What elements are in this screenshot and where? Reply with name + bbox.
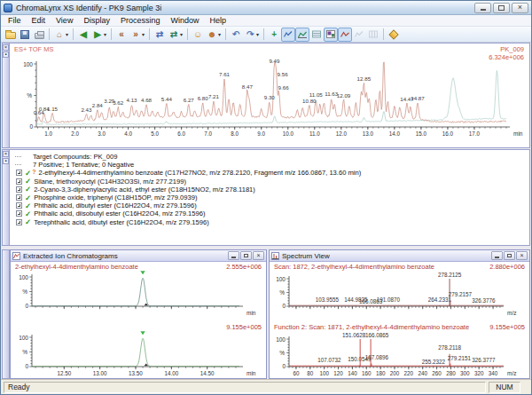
mdi-area: × ▪ ES+ TOF MS PK_009 6.324e+006 100%01.… xyxy=(1,43,531,379)
next-function-button[interactable]: ▶▾ xyxy=(90,28,108,42)
reject-compound-button[interactable]: ☻▾ xyxy=(205,28,223,42)
eic1-plot[interactable]: 100%0min xyxy=(11,271,266,322)
compounds-close-button[interactable]: × xyxy=(3,151,9,157)
confirm-compound-button[interactable]: ☺ xyxy=(191,28,205,42)
maximize-button[interactable] xyxy=(493,3,510,13)
compound-row[interactable]: ✓Phthalic acid, diisobutyl ester (C16H22… xyxy=(15,209,526,217)
svg-text:160: 160 xyxy=(362,370,372,376)
svg-text:80: 80 xyxy=(307,370,314,376)
compounds-window-titlestrip: × ▪ xyxy=(2,149,10,246)
full-screen-button[interactable]: + xyxy=(267,28,281,42)
view-table-button[interactable] xyxy=(309,28,324,42)
svg-text:180: 180 xyxy=(376,370,386,376)
tic-restore-button[interactable]: ▪ xyxy=(3,51,9,58)
compound-label[interactable]: Terephthalic acid, dibutyl ester (C16H22… xyxy=(34,218,209,226)
view-eic-button[interactable] xyxy=(295,28,309,42)
reject-compound-icon: ☻ xyxy=(207,29,217,40)
svg-text:60: 60 xyxy=(293,370,300,376)
tic-window: × ▪ ES+ TOF MS PK_009 6.324e+006 100%01.… xyxy=(2,43,530,148)
svg-text:%: % xyxy=(27,92,32,99)
display-options-button[interactable]: ⌂▾ xyxy=(52,28,70,42)
view-browser-button[interactable] xyxy=(324,28,338,42)
svg-text:14.0: 14.0 xyxy=(389,130,401,137)
spectrum-window: Spectrum View × Scan: 1872, 2-ethylhexyl… xyxy=(269,249,530,379)
compound-row[interactable]: ✓?2-ethylhexyl-4-4dimenthylamino benzoat… xyxy=(15,169,526,177)
view-spectrum-button[interactable] xyxy=(338,28,352,42)
compound-row[interactable]: ✓Phosphine oxide, triphenyl (C18H15OP, m… xyxy=(15,194,526,201)
svg-text:11.05: 11.05 xyxy=(309,91,324,98)
spectrum1-plot[interactable]: 100%0m/z103.9555144.9825166.0863191.0870… xyxy=(270,271,529,322)
process-button[interactable] xyxy=(387,28,401,42)
expand-icon[interactable] xyxy=(16,186,22,193)
expand-icon[interactable] xyxy=(16,170,22,176)
compound-row[interactable]: ✓Phthalic acid, dibutyl ester (C16H22O4,… xyxy=(15,201,526,209)
eic-minimize-button[interactable] xyxy=(228,251,239,260)
view-chromatogram-button[interactable] xyxy=(281,28,295,42)
svg-text:15.0: 15.0 xyxy=(416,130,427,137)
spectrum-minimize-button[interactable] xyxy=(491,251,503,260)
compounds-restore-button[interactable]: ▪ xyxy=(3,158,9,164)
compound-label[interactable]: Silane, triethoxyoctyl (C14H32O3Si, m/z … xyxy=(34,178,186,186)
compound-label[interactable]: Phosphine oxide, triphenyl (C18H15OP, m/… xyxy=(34,194,197,201)
eic-maximize-button[interactable] xyxy=(240,251,252,260)
previous-function-button[interactable]: ◀ xyxy=(76,28,90,42)
menu-view[interactable]: View xyxy=(51,16,78,25)
menu-file[interactable]: File xyxy=(3,16,27,25)
view-map-button xyxy=(366,28,380,42)
view-browser-icon xyxy=(325,29,336,40)
redo-button[interactable]: ↷▾ xyxy=(243,28,261,42)
compound-row[interactable]: ✓Terephthalic acid, dibutyl ester (C16H2… xyxy=(15,218,526,226)
save-button[interactable] xyxy=(18,28,32,42)
chevron-down-icon: ▾ xyxy=(104,31,106,37)
next-sample-button[interactable]: »▾ xyxy=(129,28,146,42)
expand-icon[interactable] xyxy=(16,219,22,225)
swap-left-button[interactable]: ⇄ xyxy=(153,28,167,42)
eic-close-button[interactable]: × xyxy=(253,251,264,260)
save-icon xyxy=(20,30,29,39)
compound-label[interactable]: Phthalic acid, diisobutyl ester (C16H22O… xyxy=(34,209,205,217)
swap-right-button[interactable]: ⇄▾ xyxy=(167,28,184,42)
previous-sample-button[interactable]: « xyxy=(114,28,129,42)
svg-text:280: 280 xyxy=(446,370,456,376)
print-button[interactable] xyxy=(32,28,46,42)
compound-label[interactable]: 2-ethylhexyl-4-4dimenthylamino benzoate … xyxy=(38,169,361,177)
eic2-plot[interactable]: 100%012.5013.0013.5014.0014.50min xyxy=(11,331,266,378)
svg-text:1.0: 1.0 xyxy=(44,130,52,137)
menu-edit[interactable]: Edit xyxy=(27,16,51,25)
compound-label[interactable]: Phthalic acid, dibutyl ester (C16H22O4, … xyxy=(34,201,197,209)
menu-help[interactable]: Help xyxy=(204,16,231,25)
chromatogram-window-icon xyxy=(12,252,20,260)
tree-row: 7 Positive; 1 Tentative; 0 Negative xyxy=(15,161,526,169)
svg-text:300: 300 xyxy=(460,370,470,376)
undo-button[interactable]: ↶ xyxy=(229,28,243,42)
svg-text:13.00: 13.00 xyxy=(93,370,107,376)
expand-icon[interactable] xyxy=(16,210,22,217)
minimize-button[interactable] xyxy=(474,3,491,13)
compound-row[interactable]: ✓Silane, triethoxyoctyl (C14H32O3Si, m/z… xyxy=(15,178,526,186)
spectrum2-plot[interactable]: 100%060801001201401601802002202402602803… xyxy=(270,331,529,378)
menu-processing[interactable]: Processing xyxy=(115,16,166,25)
spectrum-close-button[interactable]: × xyxy=(516,251,528,260)
svg-text:279.2151: 279.2151 xyxy=(448,355,472,361)
svg-text:12.85: 12.85 xyxy=(357,75,372,82)
expand-icon[interactable] xyxy=(16,202,22,209)
spectrum2-scan-label: Function 2: Scan: 1871, 2-ethylhexyl-4-4… xyxy=(274,323,469,331)
open-button[interactable] xyxy=(4,28,18,42)
svg-text:m/z: m/z xyxy=(507,370,516,376)
tree-root-label[interactable]: Target Compounds: PK_009 xyxy=(33,153,117,161)
menu-display[interactable]: Display xyxy=(78,16,115,25)
compound-row[interactable]: ✓2-Cyano-3,3-diphenylacrylic acid, ethyl… xyxy=(15,186,526,194)
menu-window[interactable]: Window xyxy=(165,16,204,25)
close-icon: × xyxy=(520,252,523,258)
chevron-down-icon: ▾ xyxy=(218,31,221,37)
expand-icon[interactable] xyxy=(16,178,22,185)
spectrum-maximize-button[interactable] xyxy=(504,251,515,260)
expand-icon[interactable] xyxy=(16,194,22,201)
compound-label[interactable]: 2-Cyano-3,3-diphenylacrylic acid, ethyl … xyxy=(34,186,255,194)
tic-plot[interactable]: 100%01.02.03.04.05.06.07.08.09.010.011.0… xyxy=(10,56,529,148)
app-window: ChromaLynx XS Identify - PK9 Sample 3i ×… xyxy=(0,0,532,395)
close-button[interactable]: × xyxy=(512,3,528,13)
svg-text:120: 120 xyxy=(333,370,343,376)
tic-close-button[interactable]: × xyxy=(3,44,9,51)
print-icon xyxy=(35,33,44,39)
